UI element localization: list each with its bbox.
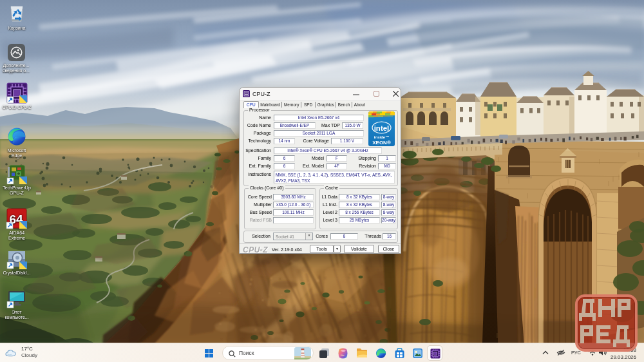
svg-text:inside™: inside™ (374, 135, 389, 139)
svg-text:intel: intel (374, 124, 390, 132)
svg-text:XEON®: XEON® (372, 140, 391, 146)
